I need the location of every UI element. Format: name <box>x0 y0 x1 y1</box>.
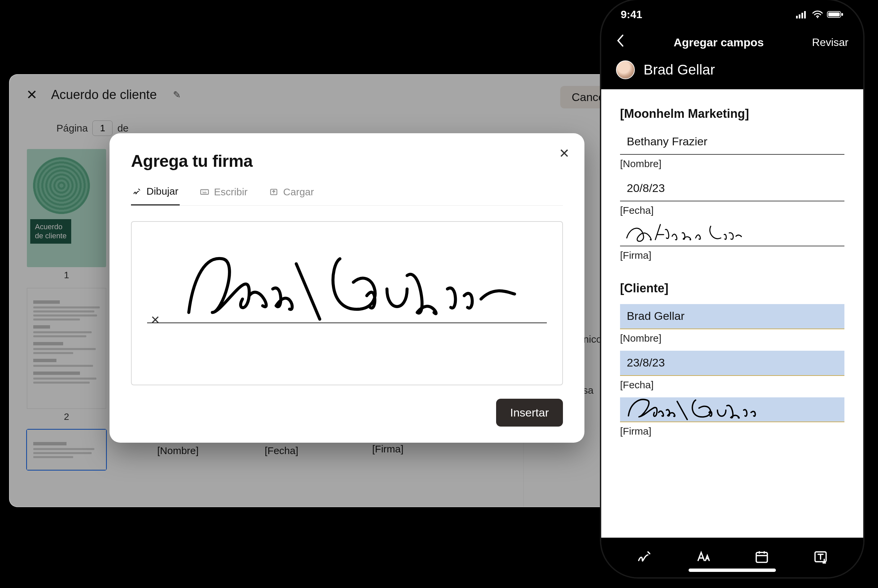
svg-rect-12 <box>841 13 843 16</box>
vendor-signature-field[interactable] <box>620 223 844 246</box>
wifi-icon <box>812 10 823 18</box>
keyboard-icon <box>200 187 209 196</box>
add-signature-modal: ✕ Agrega tu firma Dibujar Escribir Carga… <box>110 133 585 442</box>
tool-text-icon[interactable] <box>696 549 710 566</box>
thumb-number: 2 <box>27 411 106 422</box>
vendor-name-field[interactable]: Bethany Frazier <box>620 129 844 155</box>
cellular-icon <box>796 10 808 18</box>
review-button[interactable]: Revisar <box>812 36 848 49</box>
drawn-signature <box>172 245 521 326</box>
tab-type[interactable]: Escribir <box>198 186 249 206</box>
field-date-label: [Fecha] <box>265 445 352 456</box>
status-bar: 9:41 <box>601 0 863 29</box>
client-name-label: [Nombre] <box>620 333 844 344</box>
cover-graphic <box>27 150 98 222</box>
field-name-label: [Nombre] <box>157 445 245 456</box>
vendor-name-label: [Nombre] <box>620 158 844 170</box>
client-date-field[interactable]: 23/8/23 <box>620 351 844 376</box>
phone-mock: 9:41 Agregar campos Revisar B <box>601 0 863 577</box>
tool-signature-icon[interactable] <box>637 549 652 566</box>
signature-mode-tabs: Dibujar Escribir Cargar <box>131 186 563 206</box>
edit-title-icon[interactable]: ✎ <box>173 89 181 100</box>
svg-rect-13 <box>756 552 767 562</box>
upload-icon <box>269 187 278 196</box>
clear-signature-icon[interactable]: ✕ <box>150 313 160 327</box>
insert-button[interactable]: Insertar <box>496 399 563 427</box>
modal-title: Agrega tu firma <box>131 152 563 171</box>
status-time: 9:41 <box>621 8 642 21</box>
client-signature-field[interactable] <box>620 398 844 422</box>
svg-rect-6 <box>799 14 800 18</box>
close-icon[interactable]: ✕ <box>26 87 38 102</box>
phone-nav-bar: Agregar campos Revisar <box>601 29 863 56</box>
cover-title: Acuerdo de cliente <box>30 219 71 244</box>
client-name-field[interactable]: Brad Gellar <box>620 304 844 329</box>
client-date-label: [Fecha] <box>620 379 844 391</box>
thumbnail-page-3[interactable] <box>26 429 107 471</box>
section-heading-vendor: [Moonhelm Marketing] <box>620 107 844 121</box>
thumbnail-page-1[interactable]: Acuerdo de cliente 1 <box>26 148 107 281</box>
thumb-number: 1 <box>27 270 106 280</box>
page-thumbnails: Acuerdo de cliente 1 <box>9 142 123 507</box>
back-icon[interactable] <box>616 34 625 51</box>
home-indicator[interactable] <box>689 568 776 572</box>
client-signature-label: [Firma] <box>620 426 844 437</box>
phone-document: [Moonhelm Marketing] Bethany Frazier [No… <box>601 89 863 538</box>
signature-canvas[interactable]: ✕ <box>131 221 563 385</box>
page-number-input[interactable] <box>92 120 113 136</box>
signer-name: Brad Gellar <box>643 62 715 78</box>
field-signature-label: [Firma] <box>372 443 460 455</box>
vendor-date-field[interactable]: 20/8/23 <box>620 176 844 201</box>
svg-rect-11 <box>828 12 840 16</box>
svg-rect-5 <box>796 16 798 18</box>
section-heading-client: [Cliente] <box>620 281 844 296</box>
phone-nav-title: Agregar campos <box>674 36 764 49</box>
svg-point-9 <box>817 17 818 18</box>
tool-date-icon[interactable] <box>755 549 769 566</box>
draw-icon <box>132 187 142 196</box>
battery-icon <box>827 10 844 18</box>
vendor-signature-label: [Firma] <box>620 250 844 261</box>
svg-rect-7 <box>801 13 803 18</box>
page-of-label: de <box>117 123 128 134</box>
svg-rect-3 <box>200 190 208 194</box>
vendor-date-label: [Fecha] <box>620 205 844 216</box>
signer-row[interactable]: Brad Gellar <box>601 56 863 89</box>
document-title: Acuerdo de cliente <box>51 88 157 102</box>
tab-draw[interactable]: Dibujar <box>131 186 180 206</box>
tab-upload[interactable]: Cargar <box>268 186 316 206</box>
page-label: Página <box>56 123 88 134</box>
thumbnail-page-2[interactable]: 2 <box>26 287 107 423</box>
svg-rect-8 <box>804 11 806 18</box>
tool-textbox-icon[interactable] <box>813 549 828 566</box>
editor-header: ✕ Acuerdo de cliente ✎ Cancelar <box>9 75 644 115</box>
avatar <box>616 60 635 79</box>
